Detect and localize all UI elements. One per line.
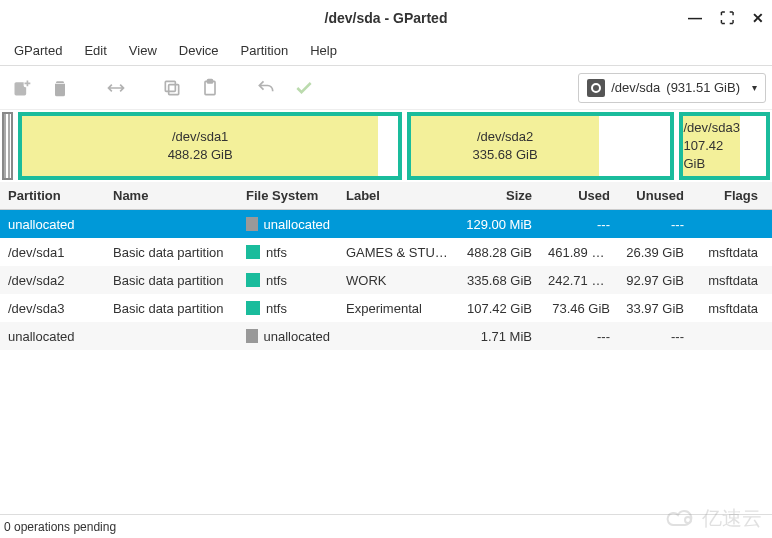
device-selector-device: /dev/sda [611,80,660,95]
cell-unused: --- [618,217,692,232]
svg-rect-2 [169,84,179,94]
diskmap-label: /dev/sda2 [477,128,533,146]
table-row[interactable]: /dev/sda1 Basic data partition ntfs GAME… [0,238,772,266]
cell-label: Experimental [338,301,458,316]
cell-filesystem: ntfs [238,245,338,260]
resize-move-button[interactable] [100,72,132,104]
menubar: GParted Edit View Device Partition Help [0,36,772,66]
diskmap-size: 107.42 GiB [683,137,739,173]
svg-rect-5 [208,79,213,82]
diskmap-partition-sda3[interactable]: /dev/sda3 107.42 GiB [679,112,770,180]
cell-filesystem: ntfs [238,273,338,288]
maximize-button[interactable]: ⛶ [720,10,734,26]
fs-swatch-icon [246,301,260,315]
diskmap-label: /dev/sda1 [172,128,228,146]
cell-used: --- [540,217,618,232]
disk-map: /dev/sda1 488.28 GiB /dev/sda2 335.68 Gi… [0,110,772,182]
copy-button[interactable] [156,72,188,104]
header-unused[interactable]: Unused [618,188,692,203]
svg-point-6 [685,517,691,523]
cell-size: 107.42 GiB [458,301,540,316]
header-used[interactable]: Used [540,188,618,203]
header-label[interactable]: Label [338,188,458,203]
header-name[interactable]: Name [105,188,238,203]
new-partition-button[interactable] [6,72,38,104]
cell-name: Basic data partition [105,245,238,260]
menu-partition[interactable]: Partition [231,39,299,62]
diskmap-label: /dev/sda3 [683,119,739,137]
watermark: 亿速云 [664,505,762,532]
cell-filesystem: unallocated [238,217,338,232]
device-selector[interactable]: /dev/sda (931.51 GiB) ▾ [578,73,766,103]
cell-unused: --- [618,329,692,344]
partition-table-header: Partition Name File System Label Size Us… [0,182,772,210]
cell-filesystem: unallocated [238,329,338,344]
table-row[interactable]: /dev/sda2 Basic data partition ntfs WORK… [0,266,772,294]
svg-rect-3 [165,81,175,91]
cell-name: Basic data partition [105,273,238,288]
menu-edit[interactable]: Edit [74,39,116,62]
header-filesystem[interactable]: File System [238,188,338,203]
diskmap-partition-sda1[interactable]: /dev/sda1 488.28 GiB [18,112,402,180]
cell-name: Basic data partition [105,301,238,316]
cell-unused: 33.97 GiB [618,301,692,316]
cell-partition: unallocated [0,217,105,232]
fs-swatch-icon [246,245,260,259]
cell-flags: msftdata [692,245,766,260]
cell-filesystem: ntfs [238,301,338,316]
cell-flags: msftdata [692,301,766,316]
apply-button[interactable] [288,72,320,104]
table-row[interactable]: unallocated unallocated 129.00 MiB --- -… [0,210,772,238]
cell-used: --- [540,329,618,344]
status-bar: 0 operations pending [0,514,772,538]
fs-swatch-icon [246,329,258,343]
cell-label: GAMES & STUDY [338,245,458,260]
minimize-button[interactable]: — [688,10,702,26]
partition-table-body: unallocated unallocated 129.00 MiB --- -… [0,210,772,350]
menu-help[interactable]: Help [300,39,347,62]
window-title: /dev/sda - GParted [325,10,448,26]
pending-operations-label: 0 operations pending [4,520,116,534]
cell-used: 73.46 GiB [540,301,618,316]
cell-flags: msftdata [692,273,766,288]
window-controls: — ⛶ ✕ [688,10,764,26]
cell-unused: 92.97 GiB [618,273,692,288]
menu-gparted[interactable]: GParted [4,39,72,62]
cell-partition: /dev/sda1 [0,245,105,260]
delete-partition-button[interactable] [44,72,76,104]
close-button[interactable]: ✕ [752,10,764,26]
diskmap-size: 488.28 GiB [168,146,233,164]
cell-label: WORK [338,273,458,288]
cell-size: 335.68 GiB [458,273,540,288]
cell-used: 461.89 GiB [540,245,618,260]
cell-size: 488.28 GiB [458,245,540,260]
cell-used: 242.71 GiB [540,273,618,288]
diskmap-size: 335.68 GiB [473,146,538,164]
header-flags[interactable]: Flags [692,188,766,203]
cell-partition: unallocated [0,329,105,344]
disk-icon [587,79,605,97]
fs-swatch-icon [246,217,258,231]
paste-button[interactable] [194,72,226,104]
diskmap-unallocated-leading[interactable] [2,112,13,180]
table-row[interactable]: unallocated unallocated 1.71 MiB --- --- [0,322,772,350]
menu-view[interactable]: View [119,39,167,62]
undo-button[interactable] [250,72,282,104]
device-selector-size: (931.51 GiB) [666,80,740,95]
menu-device[interactable]: Device [169,39,229,62]
cell-partition: /dev/sda3 [0,301,105,316]
cell-unused: 26.39 GiB [618,245,692,260]
titlebar: /dev/sda - GParted — ⛶ ✕ [0,0,772,36]
table-row[interactable]: /dev/sda3 Basic data partition ntfs Expe… [0,294,772,322]
toolbar: /dev/sda (931.51 GiB) ▾ [0,66,772,110]
cell-size: 129.00 MiB [458,217,540,232]
cell-size: 1.71 MiB [458,329,540,344]
cell-partition: /dev/sda2 [0,273,105,288]
header-size[interactable]: Size [458,188,540,203]
fs-swatch-icon [246,273,260,287]
header-partition[interactable]: Partition [0,188,105,203]
chevron-down-icon: ▾ [752,82,757,93]
diskmap-partition-sda2[interactable]: /dev/sda2 335.68 GiB [407,112,674,180]
